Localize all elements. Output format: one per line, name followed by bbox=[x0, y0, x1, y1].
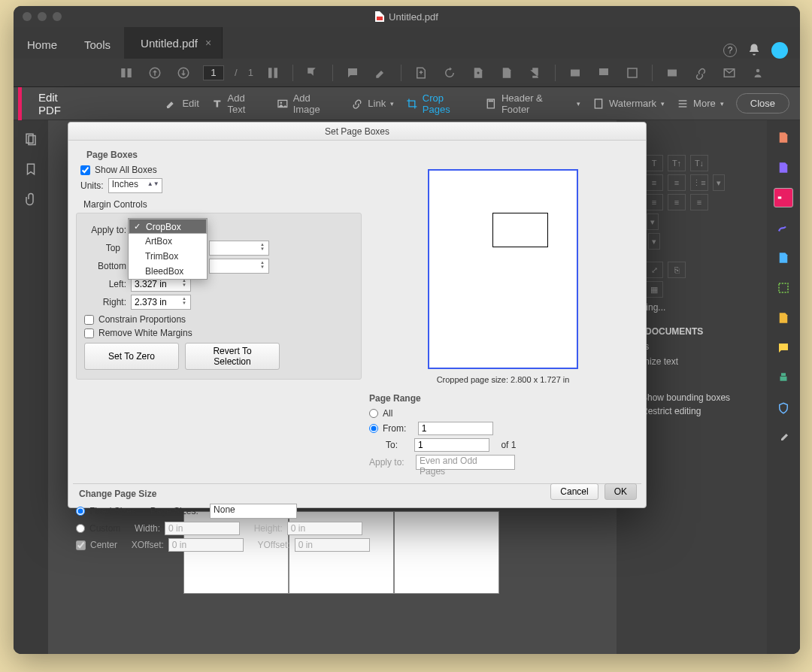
stepper-icon[interactable]: ▲▼ bbox=[260, 260, 268, 269]
option-cropbox[interactable]: CropBox bbox=[129, 219, 207, 234]
share-icon[interactable] bbox=[749, 64, 767, 82]
fixed-sizes-radio[interactable] bbox=[76, 507, 85, 516]
stepper-icon[interactable]: ▲▼ bbox=[182, 296, 189, 305]
tool-edit[interactable]: Edit bbox=[165, 98, 198, 110]
align-center-icon[interactable]: ≡ bbox=[645, 174, 663, 191]
option-artbox[interactable]: ArtBox bbox=[129, 234, 207, 249]
tool-link[interactable]: Link▾ bbox=[351, 98, 394, 110]
highlight-icon[interactable] bbox=[372, 64, 390, 82]
tool-watermark[interactable]: Watermark▾ bbox=[592, 98, 665, 110]
attachment-icon[interactable] bbox=[24, 192, 38, 209]
ok-button[interactable]: OK bbox=[604, 483, 637, 500]
edit-pdf-toolbar: Edit PDF Edit Add Text Add Image Link▾ C… bbox=[14, 87, 800, 120]
help-icon[interactable]: ? bbox=[723, 44, 737, 57]
superscript-icon[interactable]: T↑ bbox=[668, 155, 686, 171]
subscript-icon[interactable]: T↓ bbox=[690, 155, 708, 171]
show-all-boxes-checkbox[interactable] bbox=[80, 165, 90, 175]
chevron-down-icon-2[interactable]: ▾ bbox=[647, 213, 659, 230]
option-trimbox[interactable]: TrimBox bbox=[129, 249, 207, 264]
redact-icon[interactable] bbox=[566, 64, 584, 82]
arrow-down-circle-icon[interactable] bbox=[174, 64, 192, 82]
create-pdf-icon[interactable] bbox=[774, 128, 793, 147]
italic-icon[interactable]: T bbox=[645, 155, 663, 171]
apply-to-pages-select[interactable]: Even and Odd Pages bbox=[416, 455, 515, 470]
tools-icon[interactable] bbox=[774, 428, 793, 448]
measure-icon[interactable] bbox=[623, 64, 641, 82]
print-icon[interactable] bbox=[774, 368, 793, 388]
traffic-min-icon[interactable] bbox=[38, 12, 47, 21]
stepper-icon[interactable]: ▲▼ bbox=[260, 242, 268, 251]
pages-icon[interactable] bbox=[264, 64, 282, 82]
remove-white-checkbox[interactable] bbox=[84, 328, 94, 338]
bookmark-icon[interactable] bbox=[24, 162, 38, 179]
combine-icon[interactable] bbox=[774, 248, 793, 268]
traffic-zoom-icon[interactable] bbox=[53, 12, 62, 21]
sign-icon[interactable] bbox=[774, 218, 793, 238]
tab-home[interactable]: Home bbox=[14, 31, 71, 59]
margin-controls-label: Margin Controls bbox=[83, 199, 362, 210]
arrange2-icon[interactable]: ▦ bbox=[645, 281, 663, 298]
range-all-label: All bbox=[383, 408, 392, 419]
cancel-button[interactable]: Cancel bbox=[550, 483, 598, 500]
bell-icon[interactable] bbox=[747, 43, 761, 59]
tool-add-image[interactable]: Add Image bbox=[277, 92, 339, 115]
list-icon[interactable]: ⋮≡ bbox=[690, 174, 708, 191]
comment-icon[interactable] bbox=[344, 64, 362, 82]
justify-full-icon[interactable]: ≡ bbox=[690, 194, 708, 210]
justify-right-icon[interactable]: ≡ bbox=[668, 194, 686, 210]
set-to-zero-button[interactable]: Set To Zero bbox=[84, 343, 179, 370]
export-pdf-icon[interactable] bbox=[774, 158, 793, 177]
tool-add-text[interactable]: Add Text bbox=[211, 92, 265, 115]
page-sizes-select[interactable]: None bbox=[210, 504, 297, 519]
range-from-radio[interactable] bbox=[369, 424, 378, 433]
chevron-down-icon-3[interactable]: ▾ bbox=[648, 233, 660, 250]
right-tool-strip bbox=[767, 120, 800, 654]
units-select[interactable]: Inches ▲▼ bbox=[108, 178, 162, 193]
sidebar-toggle-icon[interactable] bbox=[117, 64, 135, 82]
tab-tools[interactable]: Tools bbox=[71, 31, 124, 59]
tab-close-icon[interactable]: × bbox=[205, 37, 211, 49]
custom-radio[interactable] bbox=[76, 524, 85, 533]
revert-button[interactable]: Revert To Selection bbox=[185, 343, 280, 370]
stamp-icon[interactable] bbox=[595, 64, 613, 82]
export-icon[interactable] bbox=[412, 64, 430, 82]
tool-crop-pages[interactable]: Crop Pages bbox=[406, 92, 473, 115]
close-button[interactable]: Close bbox=[736, 93, 789, 114]
comment-tool-icon[interactable] bbox=[774, 338, 793, 358]
range-all-radio[interactable] bbox=[369, 409, 378, 418]
traffic-close-icon[interactable] bbox=[23, 12, 32, 21]
protect-icon[interactable] bbox=[774, 398, 793, 418]
attach-icon[interactable] bbox=[663, 64, 681, 82]
organize-icon[interactable] bbox=[774, 278, 793, 298]
crop-flip-icon[interactable]: ⤢ bbox=[645, 262, 663, 278]
delete-page-icon[interactable] bbox=[498, 64, 516, 82]
option-bleedbox[interactable]: BleedBox bbox=[129, 264, 207, 279]
compress-icon[interactable] bbox=[774, 308, 793, 328]
constrain-checkbox[interactable] bbox=[84, 315, 94, 325]
add-page-icon[interactable] bbox=[469, 64, 487, 82]
left-label: Left: bbox=[84, 279, 126, 289]
to-input[interactable] bbox=[414, 438, 489, 452]
align-right-icon[interactable]: ≡ bbox=[668, 174, 686, 191]
link-icon[interactable] bbox=[692, 64, 710, 82]
tool-header-footer[interactable]: Header & Footer▾ bbox=[485, 92, 580, 115]
thumbnails-icon[interactable] bbox=[24, 132, 38, 149]
constrain-label: Constrain Proportions bbox=[98, 314, 186, 325]
tab-document[interactable]: Untitled.pdf × bbox=[124, 27, 223, 59]
xoffset-label: XOffset: bbox=[132, 540, 164, 550]
edit-pdf-icon[interactable] bbox=[774, 188, 793, 207]
edit-accent bbox=[18, 87, 22, 120]
svg-rect-8 bbox=[489, 100, 494, 101]
mail-icon[interactable] bbox=[720, 64, 738, 82]
arrow-up-circle-icon[interactable] bbox=[146, 64, 164, 82]
copy-page-icon[interactable] bbox=[526, 64, 544, 82]
tool-more[interactable]: More▾ bbox=[677, 98, 724, 110]
chevron-down-icon[interactable]: ▾ bbox=[713, 174, 725, 191]
from-input[interactable] bbox=[418, 422, 493, 435]
page-current-input[interactable] bbox=[203, 65, 224, 80]
user-avatar[interactable] bbox=[771, 42, 788, 59]
crop-align-icon[interactable]: ⎘ bbox=[668, 262, 686, 278]
rotate-icon[interactable] bbox=[441, 64, 459, 82]
select-tool-icon[interactable] bbox=[304, 64, 322, 82]
justify-center-icon[interactable]: ≡ bbox=[645, 194, 663, 210]
